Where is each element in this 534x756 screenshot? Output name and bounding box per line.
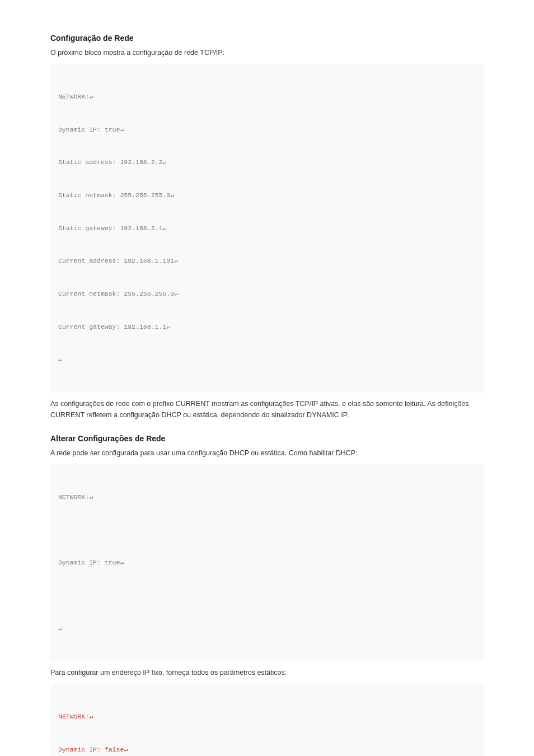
code-line: NETWORK:↵ — [58, 91, 476, 102]
section-intro-change-network: A rede pode ser configurada para usar um… — [50, 447, 484, 459]
code-line: Current netmask: 255.255.255.0↵ — [58, 288, 476, 300]
section-mid-text-change-network: Para configurar um endereço IP fixo, for… — [50, 667, 484, 678]
code-line: Static netmask: 255.255.255.0↵ — [58, 190, 476, 201]
code-line — [58, 590, 476, 601]
code-block-3: NETWORK:↵ Dynamic IP: false↵ Static addr… — [50, 684, 484, 756]
code-block-1: NETWORK:↵ Dynamic IP: true↵ Static addre… — [50, 64, 484, 393]
code-block-2: NETWORK:↵ Dynamic IP: true↵ ↵ — [50, 464, 484, 661]
code-line: Static gateway: 192.168.2.1↵ — [58, 223, 476, 234]
code-line: ↵ — [58, 354, 476, 365]
section-intro-network-config: O próximo bloco mostra a configuração de… — [50, 47, 484, 58]
code-line — [58, 525, 476, 536]
page-container: Configuração de Rede O próximo bloco mos… — [0, 0, 534, 756]
code-line: NETWORK:↵ — [58, 492, 476, 503]
section-title-network-config: Configuração de Rede — [50, 34, 484, 43]
code-line: Dynamic IP: true↵ — [58, 557, 476, 568]
code-line: Current gateway: 192.168.1.1↵ — [58, 321, 476, 333]
section-title-change-network: Alterar Configurações de Rede — [50, 434, 484, 443]
section-after-text-network-config: As configurações de rede com o prefixo C… — [50, 398, 484, 421]
code-line: Static address: 192.168.2.2↵ — [58, 157, 476, 168]
code-line: Dynamic IP: true↵ — [58, 124, 476, 136]
code-line: Dynamic IP: false↵ — [58, 744, 476, 755]
code-line: ↵ — [58, 623, 476, 634]
code-line: Current address: 192.168.1.101↵ — [58, 255, 476, 267]
code-line: NETWORK:↵ — [58, 711, 476, 722]
